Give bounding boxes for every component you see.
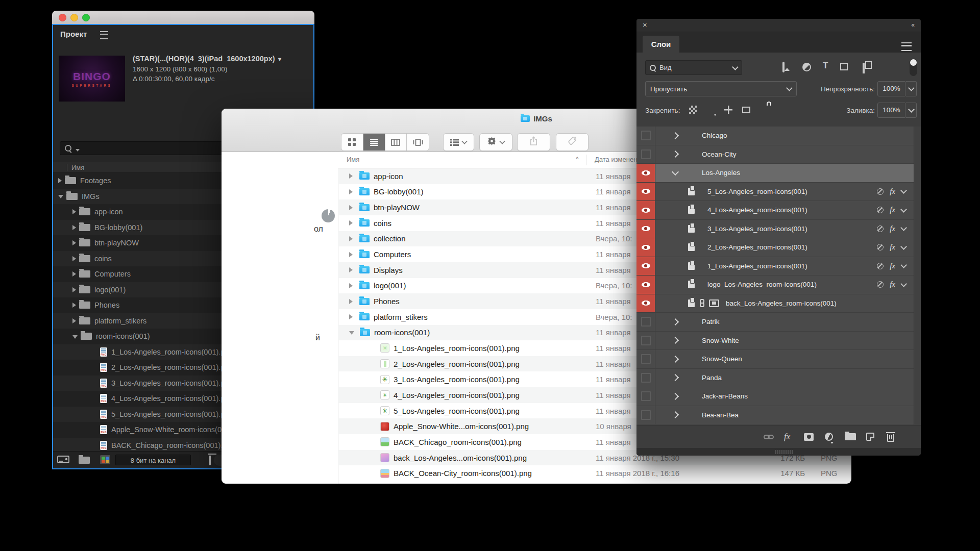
add-mask-button[interactable] bbox=[804, 425, 814, 448]
expand-chevron-icon[interactable] bbox=[672, 411, 679, 418]
expand-chevron-icon[interactable] bbox=[672, 318, 679, 325]
eye-icon[interactable] bbox=[642, 189, 650, 194]
visibility-well[interactable] bbox=[636, 332, 655, 350]
visibility-well[interactable] bbox=[636, 238, 655, 257]
eye-icon[interactable] bbox=[642, 208, 650, 213]
visibility-well[interactable] bbox=[636, 294, 655, 313]
expand-arrow-icon[interactable] bbox=[349, 189, 353, 194]
new-folder-icon[interactable] bbox=[79, 457, 90, 464]
eye-icon[interactable] bbox=[642, 245, 650, 250]
search-options-arrow-icon[interactable] bbox=[76, 149, 80, 152]
layers-scrollbar-track[interactable] bbox=[914, 127, 921, 425]
layer-row[interactable]: 4_Los-Angeles_room-icons(001)fx bbox=[636, 201, 914, 220]
opacity-dropdown-button[interactable] bbox=[906, 81, 917, 96]
visibility-empty-icon[interactable] bbox=[641, 131, 651, 140]
composition-preview-thumbnail[interactable]: BINGO SUPERSTARS bbox=[59, 56, 125, 102]
panel-menu-icon[interactable] bbox=[100, 31, 108, 39]
visibility-empty-icon[interactable] bbox=[641, 354, 651, 364]
expand-arrow-icon[interactable] bbox=[72, 287, 76, 292]
visibility-well[interactable] bbox=[636, 145, 655, 164]
file-row[interactable]: BACK_Ocean-City_room-icons(001).png11 ян… bbox=[338, 465, 851, 481]
eye-icon[interactable] bbox=[642, 226, 650, 231]
expand-arrow-icon[interactable] bbox=[349, 267, 353, 272]
layer-row[interactable]: Ocean-City bbox=[636, 145, 914, 164]
expand-arrow-icon[interactable] bbox=[72, 303, 76, 308]
filter-smart-objects-icon[interactable] bbox=[863, 63, 865, 73]
column-name[interactable]: Имя bbox=[71, 164, 84, 171]
layer-row[interactable]: Los-Angeles bbox=[636, 164, 914, 183]
filter-type-layers-icon[interactable]: T bbox=[823, 61, 828, 71]
layer-row[interactable]: 5_Los-Angeles_room-icons(001)fx bbox=[636, 183, 914, 202]
fx-collapse-icon[interactable] bbox=[900, 262, 907, 268]
expand-chevron-icon[interactable] bbox=[672, 132, 679, 139]
visibility-well[interactable] bbox=[636, 257, 655, 276]
filter-adjustment-layers-icon[interactable] bbox=[802, 63, 811, 71]
collapse-arrow-icon[interactable] bbox=[349, 331, 354, 335]
new-group-button[interactable] bbox=[845, 425, 856, 448]
lock-artboard-icon[interactable] bbox=[742, 107, 750, 113]
fx-collapse-icon[interactable] bbox=[900, 187, 907, 194]
layer-effects[interactable]: fx bbox=[877, 201, 906, 219]
layer-row[interactable]: Panda bbox=[636, 369, 914, 388]
share-button[interactable] bbox=[517, 133, 550, 151]
eye-icon[interactable] bbox=[642, 263, 650, 268]
link-layers-button[interactable] bbox=[764, 425, 774, 448]
layer-row[interactable]: Chicago bbox=[636, 127, 914, 145]
expand-arrow-icon[interactable] bbox=[72, 271, 76, 277]
visibility-well[interactable] bbox=[636, 127, 655, 145]
expand-chevron-icon[interactable] bbox=[672, 337, 679, 344]
adjustment-layer-button[interactable] bbox=[825, 425, 833, 448]
expand-arrow-icon[interactable] bbox=[72, 256, 76, 261]
layer-effects[interactable]: fx bbox=[877, 238, 906, 257]
visibility-empty-icon[interactable] bbox=[641, 410, 651, 420]
panel-resize-grip[interactable] bbox=[636, 448, 921, 456]
layer-effects[interactable]: fx bbox=[877, 276, 906, 294]
expand-arrow-icon[interactable] bbox=[349, 252, 353, 257]
expand-chevron-icon[interactable] bbox=[672, 356, 679, 363]
column-header-name[interactable]: Имя bbox=[347, 156, 359, 163]
expand-arrow-icon[interactable] bbox=[349, 220, 353, 226]
expand-arrow-icon[interactable] bbox=[349, 205, 353, 210]
fill-value-field[interactable]: 100% bbox=[877, 103, 905, 118]
trash-icon[interactable] bbox=[209, 456, 211, 465]
eye-icon[interactable] bbox=[642, 170, 650, 176]
visibility-well[interactable] bbox=[636, 313, 655, 331]
group-by-button[interactable] bbox=[443, 133, 474, 151]
fx-icon[interactable]: fx bbox=[890, 206, 895, 214]
collapse-arrow-icon[interactable] bbox=[58, 195, 63, 198]
expand-arrow-icon[interactable] bbox=[349, 314, 353, 319]
layer-row[interactable]: back_Los-Angeles_room-icons(001) bbox=[636, 294, 914, 313]
visibility-well[interactable] bbox=[636, 406, 655, 424]
filter-shape-layers-icon[interactable] bbox=[840, 63, 848, 70]
expand-arrow-icon[interactable] bbox=[349, 283, 353, 288]
list-view-button[interactable] bbox=[363, 134, 385, 151]
gallery-view-button[interactable] bbox=[407, 134, 429, 151]
filter-pixel-layers-icon[interactable] bbox=[782, 62, 785, 72]
fx-collapse-icon[interactable] bbox=[900, 281, 907, 287]
bit-depth-button[interactable]: 8 бит на канал bbox=[115, 455, 191, 465]
expand-arrow-icon[interactable] bbox=[72, 318, 76, 323]
layer-row[interactable]: Snow-Queen bbox=[636, 350, 914, 369]
fill-dropdown-button[interactable] bbox=[906, 103, 917, 118]
expand-arrow-icon[interactable] bbox=[349, 299, 353, 304]
layer-effects[interactable]: fx bbox=[877, 220, 906, 238]
layer-row[interactable]: 1_Los-Angeles_room-icons(001)fx bbox=[636, 257, 914, 276]
eye-icon[interactable] bbox=[642, 300, 650, 306]
action-menu-button[interactable] bbox=[479, 133, 512, 151]
layer-effects[interactable]: fx bbox=[877, 257, 906, 276]
layer-row[interactable]: 3_Los-Angeles_room-icons(001)fx bbox=[636, 220, 914, 239]
layer-row[interactable]: 2_Los-Angeles_room-icons(001)fx bbox=[636, 238, 914, 257]
close-button[interactable] bbox=[59, 14, 66, 21]
expand-chevron-icon[interactable] bbox=[672, 393, 679, 400]
lock-position-icon[interactable] bbox=[724, 106, 732, 114]
panel-menu-icon[interactable] bbox=[901, 42, 912, 51]
visibility-well[interactable] bbox=[636, 369, 655, 387]
ae-window-titlebar[interactable] bbox=[52, 11, 314, 24]
layer-effects[interactable]: fx bbox=[877, 183, 906, 201]
expand-arrow-icon[interactable] bbox=[349, 173, 353, 179]
new-composition-icon[interactable] bbox=[100, 455, 110, 466]
collapse-chevron-icon[interactable] bbox=[672, 168, 679, 176]
expand-arrow-icon[interactable] bbox=[72, 240, 76, 245]
expand-arrow-icon[interactable] bbox=[72, 209, 76, 214]
dropdown-arrow-icon[interactable]: ▼ bbox=[277, 55, 283, 64]
